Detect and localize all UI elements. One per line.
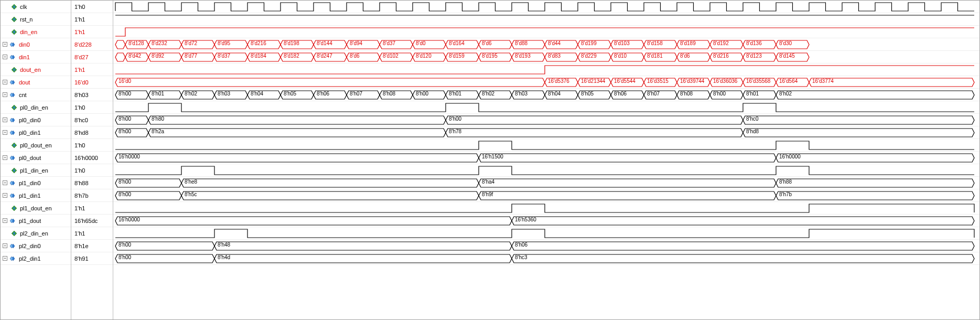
signal-row-value[interactable]: 16'd0 (71, 76, 113, 89)
expand-icon[interactable]: + (3, 193, 7, 198)
waveform-row[interactable]: 8'h008'h5c8'h9f8'h7b (113, 189, 979, 202)
signal-row-name[interactable]: + pl2_din0 (1, 240, 71, 252)
waveform-row[interactable] (113, 13, 979, 26)
signal-value-label: 1'h1 (74, 67, 85, 73)
signal-name-label: pl0_dout (19, 155, 41, 161)
expand-icon[interactable]: + (3, 42, 7, 47)
signal-row-name[interactable]: + dout (1, 76, 71, 89)
signal-row-name[interactable]: pl0_din_en (1, 101, 71, 114)
expand-icon[interactable]: + (3, 256, 7, 261)
expand-icon[interactable]: + (3, 243, 7, 248)
signal-icon (10, 167, 18, 174)
signal-row-value[interactable]: 1'h1 (71, 63, 113, 76)
signal-row-value[interactable]: 1'h0 (71, 139, 113, 152)
signal-row-value[interactable]: 1'h1 (71, 227, 113, 240)
signal-row-name[interactable]: + pl2_din1 (1, 252, 71, 265)
bus-signal-icon (9, 116, 17, 124)
signal-icon (10, 142, 18, 149)
signal-row-value[interactable]: 8'h03 (71, 89, 113, 101)
waveform-row[interactable]: 8'h008'h4d8'hc3 (113, 252, 979, 265)
signal-value-label: 8'hc0 (74, 117, 88, 123)
waveform-row[interactable]: 8'd428'd928'd778'd378'd1848'd1828'd2478'… (113, 51, 979, 63)
waveform-row[interactable] (113, 101, 979, 114)
waveform-row[interactable] (113, 63, 979, 76)
signal-row-value[interactable]: 1'h1 (71, 13, 113, 26)
waveform-row[interactable]: 8'h008'h488'h06 (113, 240, 979, 252)
expand-icon[interactable]: + (3, 180, 7, 185)
signal-row-value[interactable]: 16'h0000 (71, 152, 113, 164)
signal-row-name[interactable]: pl1_dout_en (1, 202, 71, 215)
signal-icon (10, 3, 18, 10)
signal-row-value[interactable]: 8'h1e (71, 240, 113, 252)
signal-value-label: 1'h0 (74, 104, 85, 111)
expand-icon[interactable]: + (3, 55, 7, 59)
waveform-row[interactable]: 8'd1288'd2328'd728'd958'd2168'd1988'd144… (113, 38, 979, 51)
expand-icon[interactable]: + (3, 92, 7, 97)
signal-row-value[interactable]: 8'd27 (71, 51, 113, 63)
signal-value-label: 8'h7b (74, 193, 89, 199)
signal-row-name[interactable]: + pl0_din1 (1, 126, 71, 139)
signal-row-name[interactable]: + pl0_din0 (1, 114, 71, 126)
waveform-row[interactable] (113, 202, 979, 215)
signal-row-value[interactable]: 8'h7b (71, 189, 113, 202)
signal-row-name[interactable]: pl0_dout_en (1, 139, 71, 152)
signal-row-name[interactable]: + pl1_dout (1, 215, 71, 227)
signal-row-value[interactable]: 1'h1 (71, 202, 113, 215)
signal-row-value[interactable]: 1'h0 (71, 164, 113, 177)
waveform-row[interactable]: 8'h008'h018'h028'h038'h048'h058'h068'h07… (113, 89, 979, 101)
signal-value-label: 8'd27 (74, 54, 89, 60)
signal-icon (10, 230, 18, 237)
signal-row-value[interactable]: 8'hc0 (71, 114, 113, 126)
signal-icon (10, 28, 18, 36)
signal-value-label: 8'hd8 (74, 130, 89, 136)
waveform-row[interactable] (113, 1, 979, 13)
signal-row-name[interactable]: din_en (1, 26, 71, 38)
bus-signal-icon (9, 54, 17, 61)
signal-row-name[interactable]: clk (1, 1, 71, 13)
waveform-row[interactable]: 8'h008'he88'ha48'h88 (113, 177, 979, 189)
waveform-row[interactable]: 16'h000016'h5360 (113, 215, 979, 227)
expand-icon[interactable]: + (3, 218, 7, 223)
waveform-row[interactable]: 16'h000016'h150016'h0000 (113, 152, 979, 164)
signal-row-value[interactable]: 8'd228 (71, 38, 113, 51)
signal-value-label: 1'h1 (74, 29, 85, 35)
waveform-row[interactable] (113, 26, 979, 38)
signal-row-value[interactable]: 16'h65dc (71, 215, 113, 227)
waveform-row[interactable] (113, 164, 979, 177)
signal-row-value[interactable]: 1'h0 (71, 101, 113, 114)
waveform-row[interactable]: 8'h008'h808'h008'hc0 (113, 114, 979, 126)
waveform-row[interactable] (113, 139, 979, 152)
waveform-row[interactable]: 16'd016'd537616'd2134416'd554416'd351516… (113, 76, 979, 89)
expand-icon[interactable]: + (3, 118, 7, 122)
signal-row-value[interactable]: 1'h1 (71, 26, 113, 38)
bus-signal-icon (9, 41, 17, 48)
signal-row-value[interactable]: 8'h91 (71, 252, 113, 265)
waveform-row[interactable] (113, 227, 979, 240)
waveform-viewer: clk rst_n din_en+ din0+ din1 dout_en+ do… (0, 0, 980, 320)
signal-row-name[interactable]: pl2_din_en (1, 227, 71, 240)
signal-row-name[interactable]: + pl1_din0 (1, 177, 71, 189)
signal-value-label: 16'h65dc (74, 218, 98, 224)
expand-icon[interactable]: + (3, 130, 7, 135)
signal-row-name[interactable]: + din1 (1, 51, 71, 63)
signal-row-value[interactable]: 1'h0 (71, 1, 113, 13)
signal-value-label: 8'h03 (74, 92, 89, 98)
signal-value-label: 1'h1 (74, 230, 85, 237)
signal-row-name[interactable]: + cnt (1, 89, 71, 101)
signal-row-name[interactable]: + pl0_dout (1, 152, 71, 164)
expand-icon[interactable]: + (3, 80, 7, 84)
signal-row-value[interactable]: 8'hd8 (71, 126, 113, 139)
signal-row-name[interactable]: + din0 (1, 38, 71, 51)
signal-row-name[interactable]: rst_n (1, 13, 71, 26)
signal-name-label: pl0_din_en (20, 104, 48, 111)
expand-icon[interactable]: + (3, 155, 7, 160)
signal-name-label: pl2_din0 (19, 243, 41, 249)
signal-name-label: cnt (19, 92, 27, 98)
waveform-row[interactable]: 8'h008'h2a8'h788'hd8 (113, 126, 979, 139)
signal-row-name[interactable]: + pl1_din1 (1, 189, 71, 202)
signal-row-name[interactable]: pl1_din_en (1, 164, 71, 177)
bus-signal-icon (9, 192, 17, 199)
waveform-area[interactable]: 8'd1288'd2328'd728'd958'd2168'd1988'd144… (113, 1, 979, 319)
signal-row-value[interactable]: 8'h88 (71, 177, 113, 189)
signal-row-name[interactable]: dout_en (1, 63, 71, 76)
